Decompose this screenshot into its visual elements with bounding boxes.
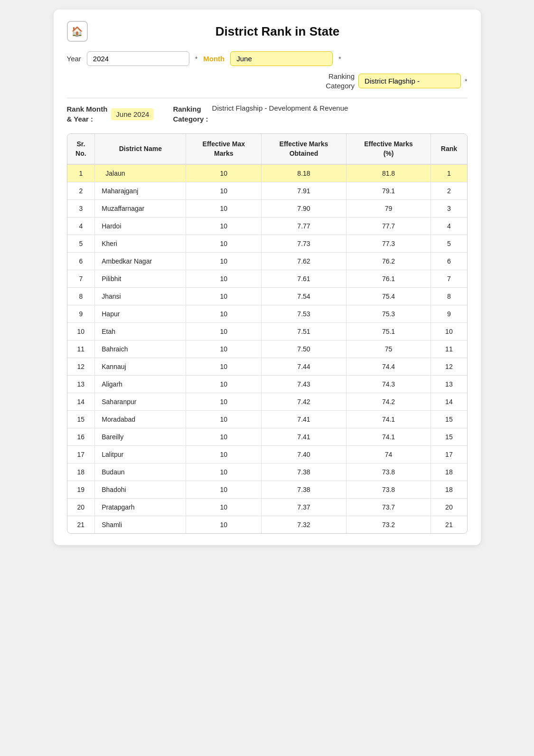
col-header-rank: Rank <box>431 134 467 164</box>
ranking-category-info: RankingCategory : District Flagship - De… <box>173 104 348 124</box>
cell-marks-obtained: 7.38 <box>262 481 347 499</box>
cell-marks-obtained: 7.44 <box>262 358 347 376</box>
cell-district-name: Jhansi <box>95 288 186 305</box>
cell-max-marks: 10 <box>186 323 262 340</box>
cell-marks-obtained: 7.90 <box>262 200 347 217</box>
cell-max-marks: 10 <box>186 164 262 182</box>
col-header-max-marks: Effective MaxMarks <box>186 134 262 164</box>
month-label: Month <box>203 55 225 63</box>
cell-marks-pct: 73.8 <box>346 463 431 481</box>
cell-max-marks: 10 <box>186 305 262 323</box>
cell-marks-pct: 77.3 <box>346 235 431 253</box>
cell-rank: 3 <box>431 200 467 217</box>
cell-max-marks: 10 <box>186 340 262 358</box>
cell-max-marks: 10 <box>186 411 262 428</box>
cell-max-marks: 10 <box>186 446 262 463</box>
cell-sr-no: 13 <box>67 376 95 393</box>
cell-rank: 10 <box>431 323 467 340</box>
cell-district-name: Muzaffarnagar <box>95 200 186 217</box>
cell-marks-obtained: 7.62 <box>262 253 347 270</box>
cell-district-name: Pilibhit <box>95 270 186 288</box>
cell-marks-obtained: 7.32 <box>262 516 347 534</box>
cell-rank: 21 <box>431 516 467 534</box>
cell-sr-no: 21 <box>67 516 95 534</box>
cell-max-marks: 10 <box>186 217 262 235</box>
cell-district-name: Saharanpur <box>95 393 186 411</box>
cell-sr-no: 6 <box>67 253 95 270</box>
cell-marks-obtained: 7.41 <box>262 411 347 428</box>
cell-district-name: Hardoi <box>95 217 186 235</box>
cell-district-name: Bhadohi <box>95 481 186 499</box>
col-header-sr-no: Sr.No. <box>67 134 95 164</box>
cell-sr-no: 3 <box>67 200 95 217</box>
ranking-category-input[interactable] <box>358 74 461 88</box>
table-row: 4Hardoi107.7777.74 <box>67 217 467 235</box>
table-row: 8Jhansi107.5475.48 <box>67 288 467 305</box>
table-row: 18Budaun107.3873.818 <box>67 463 467 481</box>
table-row: 13Aligarh107.4374.313 <box>67 376 467 393</box>
rank-month-value: June 2024 <box>111 108 154 120</box>
home-button[interactable]: 🏠 <box>67 21 88 42</box>
table-row: 3Muzaffarnagar107.90793 <box>67 200 467 217</box>
year-asterisk: * <box>195 55 197 63</box>
cell-sr-no: 18 <box>67 463 95 481</box>
cell-sr-no: 19 <box>67 481 95 499</box>
cell-marks-obtained: 8.18 <box>262 164 347 182</box>
year-input[interactable] <box>87 51 189 66</box>
cell-rank: 8 <box>431 288 467 305</box>
cell-rank: 6 <box>431 253 467 270</box>
cell-marks-pct: 81.8 <box>346 164 431 182</box>
table-row: 16Bareilly107.4174.115 <box>67 428 467 446</box>
cell-sr-no: 7 <box>67 270 95 288</box>
cell-marks-pct: 75 <box>346 340 431 358</box>
cell-district-name: Pratapgarh <box>95 499 186 516</box>
cell-rank: 9 <box>431 305 467 323</box>
col-header-district-name: District Name <box>95 134 186 164</box>
cell-marks-obtained: 7.50 <box>262 340 347 358</box>
cell-sr-no: 8 <box>67 288 95 305</box>
table-row: 12Kannauj107.4474.412 <box>67 358 467 376</box>
cell-max-marks: 10 <box>186 182 262 200</box>
cell-marks-pct: 76.2 <box>346 253 431 270</box>
cell-sr-no: 14 <box>67 393 95 411</box>
year-label: Year <box>67 55 81 63</box>
cell-rank: 15 <box>431 411 467 428</box>
table-row: 21Shamli107.3273.221 <box>67 516 467 534</box>
cell-district-name: Bahraich <box>95 340 186 358</box>
cell-rank: 5 <box>431 235 467 253</box>
cell-max-marks: 10 <box>186 428 262 446</box>
cell-sr-no: 4 <box>67 217 95 235</box>
cell-max-marks: 10 <box>186 481 262 499</box>
cell-marks-pct: 74.2 <box>346 393 431 411</box>
ranking-category-info-label: RankingCategory : <box>173 104 208 124</box>
cell-rank: 12 <box>431 358 467 376</box>
cell-district-name: Moradabad <box>95 411 186 428</box>
rank-info-row: Rank Month& Year : June 2024 RankingCate… <box>67 104 468 124</box>
col-header-marks-obtained: Effective MarksObtained <box>262 134 347 164</box>
cell-marks-pct: 75.4 <box>346 288 431 305</box>
cell-marks-pct: 73.8 <box>346 481 431 499</box>
rank-month-label: Rank Month& Year : <box>67 104 108 124</box>
cell-marks-obtained: 7.51 <box>262 323 347 340</box>
cell-max-marks: 10 <box>186 376 262 393</box>
cell-sr-no: 20 <box>67 499 95 516</box>
table-row: 6Ambedkar Nagar107.6276.26 <box>67 253 467 270</box>
cell-district-name: Lalitpur <box>95 446 186 463</box>
month-input[interactable] <box>230 51 333 66</box>
cell-max-marks: 10 <box>186 253 262 270</box>
cell-max-marks: 10 <box>186 499 262 516</box>
divider <box>67 98 468 98</box>
cell-district-name: Budaun <box>95 463 186 481</box>
table-row: 2Maharajganj107.9179.12 <box>67 182 467 200</box>
cell-marks-obtained: 7.61 <box>262 270 347 288</box>
cell-district-name: Maharajganj <box>95 182 186 200</box>
cell-marks-obtained: 7.77 <box>262 217 347 235</box>
cell-max-marks: 10 <box>186 200 262 217</box>
rank-month-info: Rank Month& Year : June 2024 <box>67 104 154 124</box>
cell-rank: 18 <box>431 463 467 481</box>
data-table-wrapper: Sr.No. District Name Effective MaxMarks … <box>67 133 468 534</box>
cell-rank: 13 <box>431 376 467 393</box>
header-row: 🏠 District Rank in State <box>67 21 468 42</box>
cell-sr-no: 2 <box>67 182 95 200</box>
page-title: District Rank in State <box>88 24 468 39</box>
